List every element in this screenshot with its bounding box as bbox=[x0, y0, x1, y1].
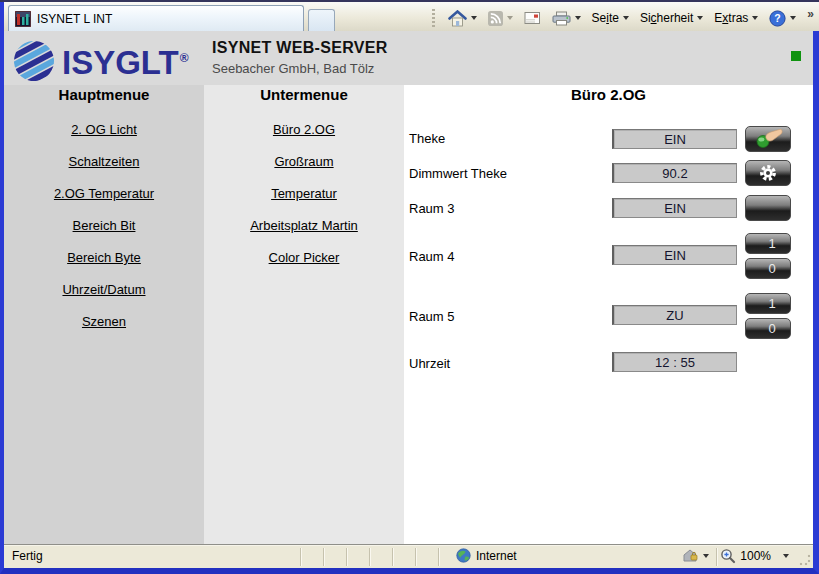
statusbar-divider bbox=[300, 548, 301, 566]
page-menu-arrow bbox=[623, 16, 629, 20]
safety-menu-label: Sicherheit bbox=[640, 11, 693, 25]
content-panel: Büro 2.OG Theke EIN Dimmwert Theke 90.2 bbox=[404, 85, 813, 544]
toolbar-overflow-chevron[interactable]: » bbox=[807, 7, 813, 21]
browser-window: ISYNET L INT bbox=[0, 0, 819, 574]
dimmwert-theke-dimmer-button[interactable] bbox=[745, 160, 791, 186]
tools-menu-label: Extras bbox=[714, 11, 748, 25]
read-mail-button[interactable] bbox=[520, 9, 545, 27]
isyglt-globe-icon bbox=[12, 39, 56, 83]
theke-push-button[interactable] bbox=[745, 126, 791, 152]
row-label-raum-3: Raum 3 bbox=[409, 199, 455, 219]
tools-menu-arrow bbox=[752, 16, 758, 20]
raum-4-on-button[interactable]: 1 bbox=[745, 233, 791, 254]
page-columns: Hauptmenue 2. OG Licht Schaltzeiten 2.OG… bbox=[4, 85, 813, 544]
home-icon bbox=[448, 10, 467, 27]
main-menu-panel: Hauptmenue 2. OG Licht Schaltzeiten 2.OG… bbox=[4, 85, 204, 544]
safety-menu-button[interactable]: Sicherheit bbox=[636, 9, 707, 27]
tab-favicon-skyline-icon bbox=[15, 11, 31, 27]
svg-text:?: ? bbox=[775, 12, 781, 24]
value-field-raum-5: ZU bbox=[612, 305, 737, 325]
content-title: Büro 2.OG bbox=[404, 86, 813, 104]
zoom-dropdown-arrow bbox=[783, 554, 789, 558]
window-resize-grip[interactable] bbox=[798, 553, 812, 567]
sub-menu-item-buero-2og[interactable]: Büro 2.OG bbox=[204, 114, 404, 146]
sub-menu-title: Untermenue bbox=[204, 86, 404, 104]
home-dropdown-arrow bbox=[471, 16, 477, 20]
help-dropdown-arrow bbox=[790, 16, 796, 20]
toolbar-drag-handle[interactable] bbox=[432, 9, 435, 27]
main-menu-title: Hauptmenue bbox=[4, 86, 204, 104]
internet-globe-icon bbox=[456, 548, 471, 563]
value-field-uhrzeit: 12 : 55 bbox=[612, 352, 737, 372]
page-menu-label: Seite bbox=[592, 11, 619, 25]
sub-menu-item-temperatur[interactable]: Temperatur bbox=[204, 178, 404, 210]
connection-status-indicator bbox=[791, 51, 801, 61]
statusbar-divider bbox=[323, 548, 324, 566]
new-tab-button[interactable] bbox=[308, 9, 335, 31]
row-label-uhrzeit: Uhrzeit bbox=[409, 354, 450, 374]
main-menu-item-2-og-licht[interactable]: 2. OG Licht bbox=[4, 114, 204, 146]
tab-strip: ISYNET L INT bbox=[0, 2, 819, 31]
row-label-theke: Theke bbox=[409, 129, 445, 149]
zone-label: Internet bbox=[476, 549, 517, 563]
raum-4-off-button[interactable]: 0 bbox=[745, 258, 791, 279]
main-menu-item-bereich-byte[interactable]: Bereich Byte bbox=[4, 242, 204, 274]
print-dropdown-arrow bbox=[575, 16, 581, 20]
main-menu-item-szenen[interactable]: Szenen bbox=[4, 306, 204, 338]
home-button[interactable] bbox=[444, 8, 481, 29]
value-field-theke: EIN bbox=[612, 129, 737, 149]
sub-menu-item-grossraum[interactable]: Großraum bbox=[204, 146, 404, 178]
row-label-raum-4: Raum 4 bbox=[409, 247, 455, 267]
row-label-raum-5: Raum 5 bbox=[409, 307, 455, 327]
hand-press-button-icon bbox=[752, 129, 784, 149]
value-field-dimmwert-theke: 90.2 bbox=[612, 163, 737, 183]
page-menu-button[interactable]: Seite bbox=[588, 9, 633, 27]
raum-5-off-button[interactable]: 0 bbox=[745, 318, 791, 339]
zoom-magnifier-icon bbox=[720, 548, 736, 564]
value-field-raum-3: EIN bbox=[612, 198, 737, 218]
value-field-raum-4: EIN bbox=[612, 245, 737, 265]
rss-icon bbox=[488, 11, 503, 26]
protected-mode-button[interactable] bbox=[682, 548, 709, 563]
page-title: ISYNET WEB-SERVER bbox=[212, 39, 388, 57]
tools-menu-button[interactable]: Extras bbox=[710, 9, 762, 27]
raum-3-toggle-button[interactable] bbox=[745, 195, 791, 221]
statusbar-divider bbox=[438, 548, 439, 566]
page-header: ISYGLT® ISYNET WEB-SERVER Seebacher GmbH… bbox=[4, 31, 813, 85]
main-menu-item-2og-temperatur[interactable]: 2.OG Temperatur bbox=[4, 178, 204, 210]
tab-title: ISYNET L INT bbox=[37, 12, 112, 26]
zoom-level-button[interactable]: 100% bbox=[720, 548, 789, 564]
feeds-dropdown-arrow bbox=[507, 16, 513, 20]
tab-isynet[interactable]: ISYNET L INT bbox=[8, 5, 304, 31]
feeds-button[interactable] bbox=[484, 9, 517, 28]
security-zone-indicator: Internet bbox=[456, 548, 517, 563]
main-menu-list: 2. OG Licht Schaltzeiten 2.OG Temperatur… bbox=[4, 114, 204, 338]
print-button[interactable] bbox=[548, 9, 585, 28]
gear-icon bbox=[758, 163, 778, 183]
sub-menu-item-color-picker[interactable]: Color Picker bbox=[204, 242, 404, 274]
main-menu-item-uhrzeit-datum[interactable]: Uhrzeit/Datum bbox=[4, 274, 204, 306]
safety-menu-arrow bbox=[697, 16, 703, 20]
mail-icon bbox=[524, 11, 541, 25]
page-subtitle: Seebacher GmbH, Bad Tölz bbox=[212, 61, 374, 76]
statusbar-divider bbox=[716, 548, 717, 566]
status-text: Fertig bbox=[12, 549, 43, 563]
sub-menu-item-arbeitsplatz-martin[interactable]: Arbeitsplatz Martin bbox=[204, 210, 404, 242]
zoom-level-label: 100% bbox=[740, 549, 771, 563]
page-viewport: ISYGLT® ISYNET WEB-SERVER Seebacher GmbH… bbox=[4, 31, 813, 546]
main-menu-item-bereich-bit[interactable]: Bereich Bit bbox=[4, 210, 204, 242]
protected-mode-arrow bbox=[703, 554, 709, 558]
statusbar-divider bbox=[369, 548, 370, 566]
sub-menu-panel: Untermenue Büro 2.OG Großraum Temperatur… bbox=[204, 85, 404, 544]
window-frame: ISYGLT® ISYNET WEB-SERVER Seebacher GmbH… bbox=[0, 31, 819, 574]
row-label-dimmwert-theke: Dimmwert Theke bbox=[409, 164, 507, 184]
main-menu-item-schaltzeiten[interactable]: Schaltzeiten bbox=[4, 146, 204, 178]
sub-menu-list: Büro 2.OG Großraum Temperatur Arbeitspla… bbox=[204, 114, 404, 274]
isyglt-logo: ISYGLT® bbox=[12, 36, 189, 85]
help-button[interactable]: ? bbox=[765, 8, 800, 29]
help-icon: ? bbox=[769, 10, 786, 27]
statusbar-divider bbox=[415, 548, 416, 566]
raum-5-on-button[interactable]: 1 bbox=[745, 293, 791, 314]
statusbar-divider bbox=[346, 548, 347, 566]
status-bar: Fertig Internet bbox=[4, 545, 813, 568]
